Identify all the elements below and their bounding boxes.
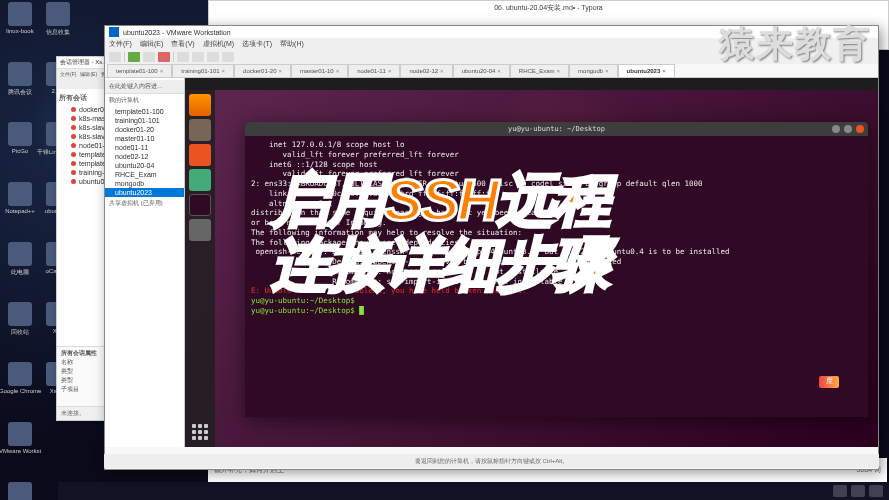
tab-close-icon[interactable]: ×: [278, 68, 282, 74]
terminal-line: valid_lft forever preferred_lft forever: [251, 169, 862, 179]
dock-terminal-icon[interactable]: [189, 194, 211, 216]
dock-files-icon[interactable]: [189, 119, 211, 141]
desktop-icon-image: [8, 482, 32, 500]
terminal-line: valid_lft forever preferred_lft forever: [251, 150, 862, 160]
vmware-menu-item[interactable]: 编辑(E): [140, 39, 163, 49]
dock-software-icon[interactable]: [189, 144, 211, 166]
tab-close-icon[interactable]: ×: [440, 68, 444, 74]
vmware-tab[interactable]: master01-10×: [291, 64, 348, 77]
host-taskbar[interactable]: [58, 482, 889, 500]
vmware-sidebar-vm-item[interactable]: node02-12: [105, 152, 184, 161]
toolbar-play-icon[interactable]: [128, 52, 140, 62]
vmware-sidebar-section-shared: 共享虚拟机 (已弃用): [105, 197, 184, 210]
toolbar-snapshot-icon[interactable]: [177, 52, 189, 62]
vmware-tab[interactable]: node01-11×: [348, 64, 400, 77]
xshell-menu-item[interactable]: 文件(F): [60, 71, 76, 87]
session-status-icon: [71, 179, 76, 184]
vmware-tab[interactable]: ubuntu20-04×: [453, 64, 510, 77]
terminal-minimize-icon[interactable]: [832, 125, 840, 133]
vmware-sidebar-search[interactable]: 在此处键入内容进…: [105, 80, 184, 94]
vmware-sidebar-vm-item[interactable]: template01-100: [105, 107, 184, 116]
vmware-sidebar[interactable]: 在此处键入内容进… 我的计算机 template01-100training01…: [105, 78, 185, 447]
tab-label: ubuntu20-04: [462, 68, 496, 74]
desktop-icon[interactable]: PicGo: [2, 122, 38, 164]
tab-label: docker01-20: [243, 68, 276, 74]
terminal-output[interactable]: inet 127.0.0.1/8 scope host lo valid_lft…: [245, 136, 868, 417]
vmware-tabs[interactable]: template01-100×training01-101×docker01-2…: [105, 64, 878, 78]
toolbar-fullscreen-icon[interactable]: [207, 52, 219, 62]
terminal-line: Depends: openssh-sftp-server but it is n…: [251, 257, 862, 267]
tab-close-icon[interactable]: ×: [497, 68, 501, 74]
toolbar-unity-icon[interactable]: [222, 52, 234, 62]
tab-close-icon[interactable]: ×: [605, 68, 609, 74]
desktop-icon[interactable]: Notepad++: [2, 182, 38, 224]
desktop-icon[interactable]: 腾讯会议: [2, 62, 38, 104]
terminal-titlebar[interactable]: yu@yu-ubuntu: ~/Desktop: [245, 122, 868, 136]
vmware-tab[interactable]: ubuntu2023×: [618, 64, 675, 77]
terminal-close-icon[interactable]: [856, 125, 864, 133]
vm-display[interactable]: yu@yu-ubuntu: ~/Desktop inet 127.0.0.1/8…: [185, 78, 878, 447]
tab-close-icon[interactable]: ×: [222, 68, 226, 74]
dock-settings-icon[interactable]: [189, 219, 211, 241]
terminal-line: The following packages have unmet depend…: [251, 238, 862, 248]
vmware-sidebar-vm-item[interactable]: ubuntu2023: [105, 188, 184, 197]
desktop-icon[interactable]: 回收站: [2, 302, 38, 344]
vmware-sidebar-vm-item[interactable]: training01-101: [105, 116, 184, 125]
ubuntu-dock[interactable]: [185, 90, 215, 447]
baidu-ime-badge[interactable]: 度: [819, 376, 839, 388]
desktop-icon-image: [8, 302, 32, 326]
dock-apps-icon[interactable]: [189, 421, 211, 443]
dock-help-icon[interactable]: [189, 169, 211, 191]
vmware-sidebar-vm-item[interactable]: node01-11: [105, 143, 184, 152]
toolbar-stop-icon[interactable]: [158, 52, 170, 62]
tab-close-icon[interactable]: ×: [557, 68, 561, 74]
vmware-sidebar-vm-item[interactable]: RHCE_Exam: [105, 170, 184, 179]
toolbar-library-icon[interactable]: [109, 52, 121, 62]
vmware-menu-item[interactable]: 文件(F): [109, 39, 132, 49]
desktop-icon[interactable]: VMware Workstation: [2, 422, 38, 464]
vmware-menu-item[interactable]: 帮助(H): [280, 39, 304, 49]
toolbar-pause-icon[interactable]: [143, 52, 155, 62]
terminal-line: or been moved out of Incoming.: [251, 218, 862, 228]
vmware-window[interactable]: ubuntu2023 - VMware Workstation 文件(F)编辑(…: [104, 25, 879, 470]
vmware-sidebar-vm-item[interactable]: ubuntu20-04: [105, 161, 184, 170]
tab-close-icon[interactable]: ×: [336, 68, 340, 74]
toolbar-snapshot-mgr-icon[interactable]: [192, 52, 204, 62]
xshell-menu-item[interactable]: 编辑(E): [80, 71, 97, 87]
terminal-line: E: Unable to correct problems, you have …: [251, 286, 862, 296]
vmware-tab[interactable]: node02-12×: [400, 64, 452, 77]
terminal-maximize-icon[interactable]: [844, 125, 852, 133]
terminal-title-text: yu@yu-ubuntu: ~/Desktop: [508, 125, 605, 133]
vmware-menubar[interactable]: 文件(F)编辑(E)查看(V)虚拟机(M)选项卡(T)帮助(H): [105, 38, 878, 50]
desktop-icon[interactable]: 此电脑: [2, 242, 38, 284]
desktop-icon-label: Google Chrome: [0, 388, 41, 394]
vmware-sidebar-vm-item[interactable]: docker01-20: [105, 125, 184, 134]
ubuntu-topbar[interactable]: [185, 78, 878, 90]
vmware-toolbar[interactable]: [105, 50, 878, 64]
desktop-icon[interactable]: Google Chrome: [2, 362, 38, 404]
tab-close-icon[interactable]: ×: [388, 68, 392, 74]
vmware-tab[interactable]: training01-101×: [172, 64, 234, 77]
tray-icon[interactable]: [869, 485, 883, 497]
vmware-menu-item[interactable]: 选项卡(T): [242, 39, 272, 49]
vmware-sidebar-vm-item[interactable]: mongodb: [105, 179, 184, 188]
desktop-icon[interactable]: linux-book: [2, 2, 38, 44]
dock-firefox-icon[interactable]: [189, 94, 211, 116]
vmware-menu-item[interactable]: 虚拟机(M): [203, 39, 235, 49]
tab-close-icon[interactable]: ×: [160, 68, 164, 74]
session-status-icon: [71, 143, 76, 148]
desktop-icon-label: VMware Workstation: [0, 448, 41, 454]
vmware-titlebar: ubuntu2023 - VMware Workstation: [105, 26, 878, 38]
tray-icon[interactable]: [851, 485, 865, 497]
tab-close-icon[interactable]: ×: [662, 68, 666, 74]
vmware-tab[interactable]: mongodb×: [569, 64, 618, 77]
vmware-tab[interactable]: template01-100×: [107, 64, 172, 77]
desktop-icon[interactable]: 小歌的助手: [2, 482, 38, 500]
terminal-window[interactable]: yu@yu-ubuntu: ~/Desktop inet 127.0.0.1/8…: [245, 122, 868, 417]
tray-icon[interactable]: [833, 485, 847, 497]
vmware-tab[interactable]: docker01-20×: [234, 64, 291, 77]
vmware-sidebar-vm-item[interactable]: master01-10: [105, 134, 184, 143]
desktop-icon[interactable]: 信息收集: [40, 2, 76, 44]
vmware-tab[interactable]: RHCE_Exam×: [510, 64, 569, 77]
vmware-menu-item[interactable]: 查看(V): [171, 39, 194, 49]
